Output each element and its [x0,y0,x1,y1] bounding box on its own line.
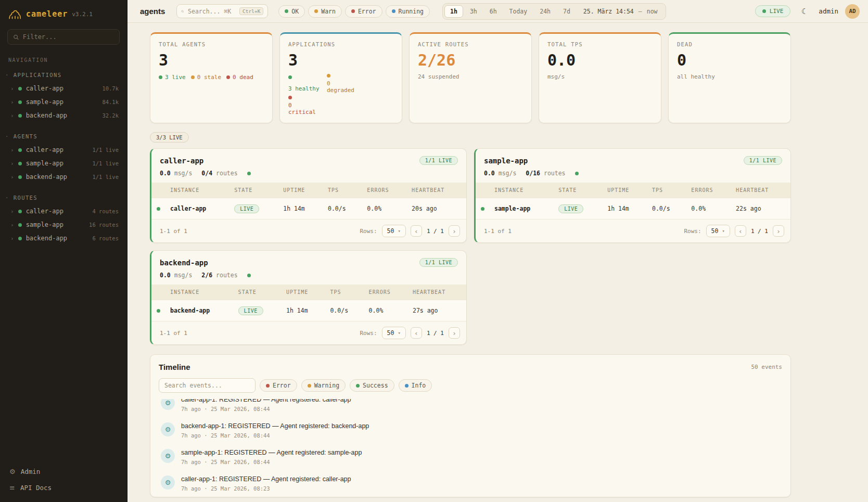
filter-label: Success [363,382,388,389]
timeline-filter-error[interactable]: Error [260,379,297,392]
avatar[interactable]: AD [845,4,860,19]
meta-text: 3 healthy [288,85,320,92]
sidebar-item-badge: 4 routes [92,208,119,214]
timeline-search-input[interactable] [164,382,250,389]
timeline-filter-warning[interactable]: Warning [301,379,346,392]
table-row[interactable]: backend-app LIVE 1h 14m 0.0/s 0.0% 27s a… [151,300,466,321]
meta-text: 3 live [165,74,186,81]
cell-instance: sample-app [489,198,553,220]
range-button-today[interactable]: Today [504,5,533,18]
sidebar-item-agent-backend-app[interactable]: › backend-app 1/1 live [0,170,127,184]
rows-value: 50 [387,329,394,337]
section-title-agents[interactable]: · AGENTS [0,131,127,143]
page-indicator: 1 / 1 [427,330,444,337]
chevron-right-icon: › [10,112,14,119]
column-heartbeat: HEARTBEAT [406,183,466,198]
sidebar-item-agent-caller-app[interactable]: › caller-app 1/1 live [0,143,127,157]
app-card-stats: 0.0 msg/s 0/4 routes [151,170,466,183]
instances-table: INSTANCE STATE UPTIME TPS ERRORS HEARTBE… [151,183,466,220]
prev-page-button[interactable]: ‹ [735,225,746,237]
rate-unit: msg/s [499,170,517,177]
next-page-button[interactable]: › [773,225,784,237]
filter-pill-running[interactable]: Running [386,5,430,18]
range-button-1h[interactable]: 1h [444,5,463,18]
sidebar-item-agent-sample-app[interactable]: › sample-app 1/1 live [0,157,127,170]
range-button-3h[interactable]: 3h [464,5,483,18]
table-row[interactable]: sample-app LIVE 1h 14m 0.0/s 0.0% 22s ag… [476,198,790,220]
section-title-label: AGENTS [14,133,37,139]
sidebar-item-api-docs[interactable]: ≡ API Docs [9,484,118,492]
global-search[interactable]: Ctrl+K [176,4,268,18]
next-page-button[interactable]: › [449,327,460,339]
prev-page-button[interactable]: ‹ [411,225,422,237]
sidebar-item-label: sample-app [26,98,63,106]
sidebar-item-backend-app[interactable]: › backend-app 32.2k [0,109,127,122]
column-heartbeat: HEARTBEAT [731,183,790,198]
status-dot [18,100,22,104]
routes-unit: routes [216,170,238,177]
timeline-title: Timeline [159,363,190,371]
sidebar-item-label: backend-app [26,173,67,181]
page-indicator: 1 / 1 [751,228,768,235]
stat-title: ACTIVE ROUTES [418,41,523,47]
column-tps: TPS [323,183,362,198]
rows-per-page-select[interactable]: 50 ▾ [382,225,406,237]
timeline-event[interactable]: ⚙ backend-app-1: REGISTERED — Agent regi… [159,417,782,444]
rows-per-page-select[interactable]: 50 ▾ [706,225,730,237]
stat-card-active-routes: ACTIVE ROUTES 2/26 24 suspended [409,32,532,123]
section-title-applications[interactable]: · APPLICATIONS [0,69,127,82]
section-title-routes[interactable]: · ROUTES [0,192,127,204]
app-cards-grid: caller-app 1/1 LIVE 0.0 msg/s 0/4 routes… [150,148,791,345]
rows-per-page-select[interactable]: 50 ▾ [382,327,406,339]
theme-toggle-button[interactable]: ☾ [797,4,812,19]
prev-page-button[interactable]: ‹ [411,327,422,339]
timeline-event[interactable]: ⚙ sample-app-1: REGISTERED — Agent regis… [159,444,782,470]
chevron-right-icon: › [10,222,14,228]
sidebar-item-caller-app[interactable]: › caller-app 10.7k [0,82,127,95]
filter-pill-warn[interactable]: Warn [308,5,342,18]
stat-title: TOTAL TPS [547,41,653,47]
timeline-event-list: ⚙ caller-app-1: REGISTERED — Agent regis… [159,399,782,497]
instances-table: INSTANCE STATE UPTIME TPS ERRORS HEARTBE… [151,285,466,321]
timeline-event[interactable]: ⚙ caller-app-1: REGISTERED — Agent regis… [159,399,782,417]
state-badge: LIVE [238,306,263,315]
sidebar-item-routes-sample-app[interactable]: › sample-app 16 routes [0,218,127,231]
live-status-chip[interactable]: LIVE [755,5,791,17]
routes-value: 0/16 [526,170,540,177]
sidebar-filter[interactable] [7,29,120,45]
live-summary-chip: 3/3 LIVE [150,132,189,143]
chevron-right-icon: › [10,99,14,106]
section-title-label: ROUTES [14,195,37,201]
column-uptime: UPTIME [602,183,647,198]
sidebar-item-routes-caller-app[interactable]: › caller-app 4 routes [0,204,127,218]
filter-pill-ok[interactable]: OK [278,5,305,18]
timeline-event[interactable]: ⚙ caller-app-1: REGISTERED — Agent regis… [159,470,782,497]
stat-meta: 3 healthy 0 degraded 0 critical [288,74,393,115]
warn-dot-icon [314,9,318,13]
next-page-button[interactable]: › [449,225,460,237]
column-uptime: UPTIME [278,183,323,198]
sidebar-filter-input[interactable] [23,33,114,41]
timeline-search[interactable] [159,378,256,393]
range-button-7d[interactable]: 7d [557,5,576,18]
filter-pill-error[interactable]: Error [345,5,382,18]
stat-value: 3 [288,51,393,69]
range-button-6h[interactable]: 6h [484,5,503,18]
sidebar-item-sample-app[interactable]: › sample-app 84.1k [0,95,127,109]
success-dot-icon [356,384,360,388]
timeline-filter-info[interactable]: Info [399,379,432,392]
column-instance: INSTANCE [165,285,233,300]
table-row[interactable]: caller-app LIVE 1h 14m 0.0/s 0.0% 20s ag… [151,198,466,220]
live-dot-icon [762,9,766,13]
sidebar-item-routes-backend-app[interactable]: › backend-app 6 routes [0,231,127,245]
sidebar-item-admin[interactable]: ⚙ Admin [9,468,118,475]
status-dot [18,148,22,152]
chevron-left-icon: ‹ [414,329,418,337]
app-card-header: sample-app 1/1 LIVE [476,149,790,170]
cell-errors: 0.0% [686,198,731,220]
cell-tps: 0.0/s [647,198,686,220]
global-search-input[interactable] [188,8,236,15]
rate-value: 0.0 [484,170,495,177]
range-button-24h[interactable]: 24h [534,5,556,18]
timeline-filter-success[interactable]: Success [350,379,394,392]
